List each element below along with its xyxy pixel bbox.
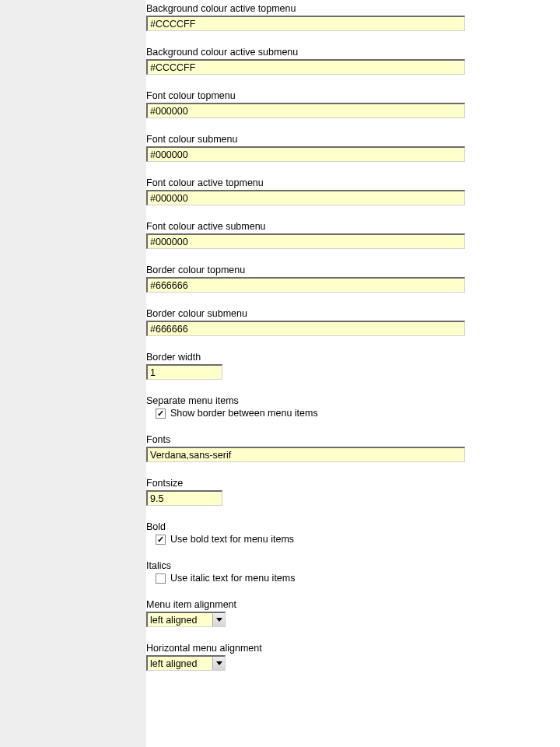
settings-form: Background colour active topmenu Backgro…	[146, 0, 473, 747]
bold-label: Bold	[146, 521, 473, 532]
item-align-select[interactable]: left aligned	[146, 612, 226, 627]
sidebar-gutter	[0, 0, 146, 747]
bold-checkbox[interactable]	[156, 535, 166, 545]
item-align-value: left aligned	[148, 613, 212, 626]
border-topmenu-input[interactable]	[146, 277, 465, 293]
bold-check-label: Use bold text for menu items	[170, 534, 294, 545]
svg-marker-0	[216, 618, 222, 622]
bg-active-submenu-input[interactable]	[146, 59, 465, 75]
horiz-align-label: Horizontal menu alignment	[146, 643, 473, 654]
svg-marker-1	[216, 661, 222, 665]
separate-items-label: Separate menu items	[146, 395, 473, 406]
border-width-input[interactable]	[146, 364, 222, 380]
fonts-input[interactable]	[146, 447, 465, 462]
bg-active-submenu-label: Background colour active submenu	[146, 47, 473, 58]
dropdown-icon	[212, 613, 225, 626]
fontsize-input[interactable]	[146, 490, 222, 506]
fontsize-label: Fontsize	[146, 478, 473, 489]
dropdown-icon	[212, 657, 225, 670]
border-width-label: Border width	[146, 352, 473, 363]
border-submenu-input[interactable]	[146, 321, 465, 336]
italics-checkbox[interactable]	[156, 573, 166, 584]
separate-items-check-label: Show border between menu items	[170, 408, 318, 419]
font-active-topmenu-input[interactable]	[146, 190, 465, 205]
fonts-label: Fonts	[146, 434, 473, 445]
bg-active-topmenu-label: Background colour active topmenu	[146, 3, 473, 14]
font-active-topmenu-label: Font colour active topmenu	[146, 177, 473, 188]
bg-active-topmenu-input[interactable]	[146, 16, 465, 31]
horiz-align-select[interactable]: left aligned	[146, 655, 226, 671]
font-active-submenu-label: Font colour active submenu	[146, 221, 473, 232]
font-topmenu-label: Font colour topmenu	[146, 90, 473, 101]
horiz-align-value: left aligned	[148, 657, 212, 670]
italics-check-label: Use italic text for menu items	[170, 573, 295, 584]
border-topmenu-label: Border colour topmenu	[146, 265, 473, 275]
italics-label: Italics	[146, 560, 473, 571]
item-align-label: Menu item alignment	[146, 599, 473, 610]
font-submenu-label: Font colour submenu	[146, 134, 473, 145]
border-submenu-label: Border colour submenu	[146, 308, 473, 319]
font-submenu-input[interactable]	[146, 146, 465, 162]
font-topmenu-input[interactable]	[146, 103, 465, 118]
separate-items-checkbox[interactable]	[156, 409, 166, 419]
font-active-submenu-input[interactable]	[146, 233, 465, 249]
